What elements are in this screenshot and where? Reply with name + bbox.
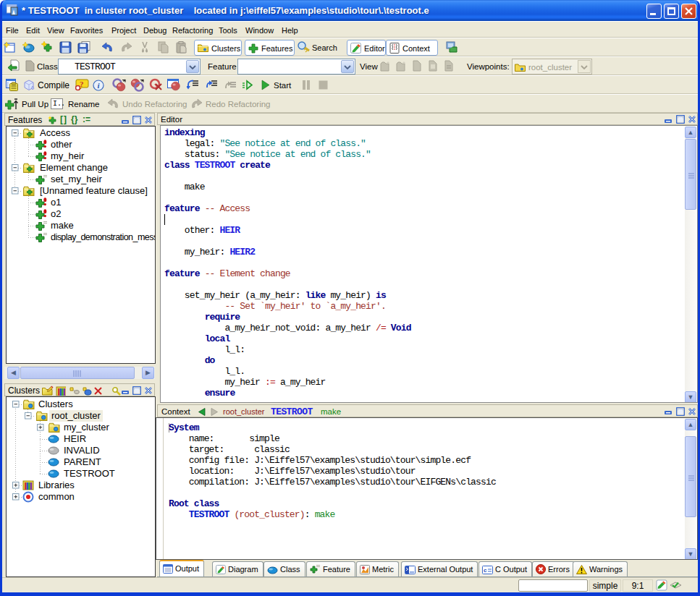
svg-text:c: c [484,567,487,574]
